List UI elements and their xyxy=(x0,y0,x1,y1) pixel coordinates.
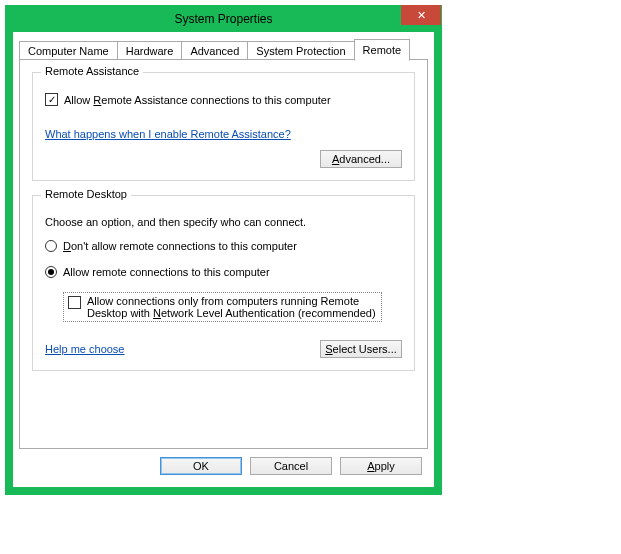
window-title: System Properties xyxy=(6,12,441,26)
client-area: Computer Name Hardware Advanced System P… xyxy=(6,32,441,494)
tab-system-protection[interactable]: System Protection xyxy=(247,41,354,60)
titlebar[interactable]: System Properties ✕ xyxy=(6,6,441,32)
tab-remote[interactable]: Remote xyxy=(354,39,411,61)
close-icon: ✕ xyxy=(417,9,426,22)
link-help-me-choose[interactable]: Help me choose xyxy=(45,343,125,355)
tab-hardware[interactable]: Hardware xyxy=(117,41,183,60)
advanced-button[interactable]: Advanced... xyxy=(320,150,402,168)
radio-allow[interactable]: Allow remote connections to this compute… xyxy=(45,266,402,278)
checkbox-icon xyxy=(68,296,81,309)
close-button[interactable]: ✕ xyxy=(401,5,441,25)
legend-remote-assistance: Remote Assistance xyxy=(41,65,143,77)
checkbox-allow-remote-assistance[interactable]: Allow Remote Assistance connections to t… xyxy=(45,93,402,106)
tabpage-remote: Remote Assistance Allow Remote Assistanc… xyxy=(19,59,428,449)
group-remote-assistance: Remote Assistance Allow Remote Assistanc… xyxy=(32,72,415,181)
tab-advanced[interactable]: Advanced xyxy=(181,41,248,60)
group-remote-desktop: Remote Desktop Choose an option, and the… xyxy=(32,195,415,371)
checkbox-nla[interactable]: Allow connections only from computers ru… xyxy=(63,292,382,322)
inner-panel: Computer Name Hardware Advanced System P… xyxy=(13,32,434,487)
radio-dont-allow[interactable]: Don't allow remote connections to this c… xyxy=(45,240,402,252)
radio-icon xyxy=(45,240,57,252)
system-properties-window: System Properties ✕ Computer Name Hardwa… xyxy=(5,5,442,495)
cancel-button[interactable]: Cancel xyxy=(250,457,332,475)
legend-remote-desktop: Remote Desktop xyxy=(41,188,131,200)
tabstrip: Computer Name Hardware Advanced System P… xyxy=(19,39,428,60)
tab-computer-name[interactable]: Computer Name xyxy=(19,41,118,60)
select-users-button[interactable]: Select Users... xyxy=(320,340,402,358)
remote-desktop-description: Choose an option, and then specify who c… xyxy=(45,216,402,228)
checkbox-label: Allow Remote Assistance connections to t… xyxy=(64,94,331,106)
checkbox-label: Allow connections only from computers ru… xyxy=(87,295,377,319)
link-what-happens[interactable]: What happens when I enable Remote Assist… xyxy=(45,128,291,140)
checkbox-icon xyxy=(45,93,58,106)
radio-label: Don't allow remote connections to this c… xyxy=(63,240,297,252)
apply-button[interactable]: Apply xyxy=(340,457,422,475)
radio-icon xyxy=(45,266,57,278)
radio-label: Allow remote connections to this compute… xyxy=(63,266,270,278)
dialog-footer: OK Cancel Apply xyxy=(19,449,428,481)
ok-button[interactable]: OK xyxy=(160,457,242,475)
